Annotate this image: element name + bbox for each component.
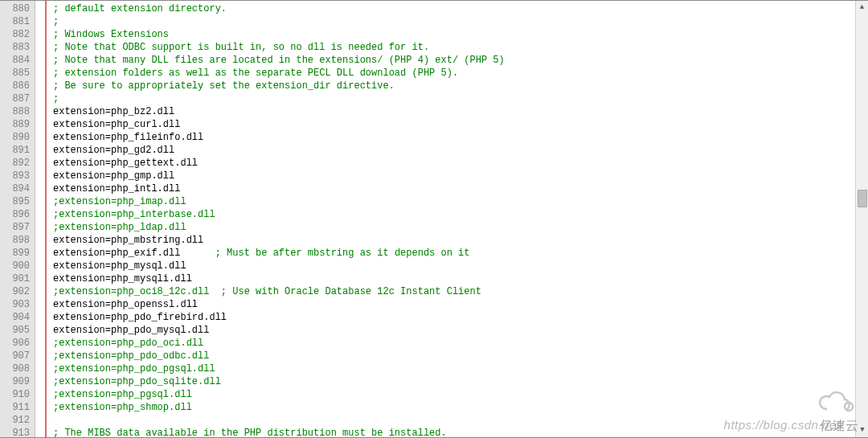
line-number: 904	[0, 311, 35, 324]
code-line: extension=php_gettext.dll	[53, 157, 855, 170]
code-editor: 8808818828838848858868878888898908918928…	[0, 0, 868, 438]
code-line: extension=php_gmp.dll	[53, 170, 855, 182]
line-number: 891	[0, 144, 35, 157]
line-number: 907	[0, 350, 35, 362]
code-area[interactable]: ; default extension directory.;; Windows…	[47, 1, 855, 437]
line-number: 893	[0, 170, 35, 182]
code-line: ;extension=php_pdo_pgsql.dll	[53, 362, 855, 375]
line-number: 884	[0, 54, 35, 67]
line-number: 880	[0, 2, 35, 15]
line-number: 892	[0, 157, 35, 170]
line-number: 909	[0, 375, 35, 388]
vertical-scrollbar[interactable]: ▲ ▼	[855, 1, 868, 437]
code-line: extension=php_openssl.dll	[53, 298, 855, 311]
code-line: extension=php_pdo_firebird.dll	[53, 311, 855, 324]
code-line: ; default extension directory.	[53, 2, 855, 15]
line-number: 913	[0, 427, 35, 438]
line-number: 888	[0, 105, 35, 118]
line-number: 899	[0, 247, 35, 260]
code-line: ;	[53, 92, 855, 105]
code-line	[53, 414, 855, 427]
line-number: 901	[0, 272, 35, 285]
code-line: ;extension=php_imap.dll	[53, 195, 855, 208]
code-line: ;extension=php_pgsql.dll	[53, 388, 855, 401]
line-number: 885	[0, 67, 35, 80]
line-number: 895	[0, 195, 35, 208]
line-number: 897	[0, 221, 35, 234]
code-line: ;extension=php_pdo_odbc.dll	[53, 350, 855, 362]
code-line: extension=php_bz2.dll	[53, 105, 855, 118]
code-line: extension=php_intl.dll	[53, 182, 855, 195]
line-number: 906	[0, 337, 35, 350]
line-number: 908	[0, 362, 35, 375]
code-line: ;extension=php_shmop.dll	[53, 401, 855, 414]
code-line: extension=php_mbstring.dll	[53, 234, 855, 247]
code-line: ; Note that many DLL files are located i…	[53, 54, 855, 67]
code-line: extension=php_gd2.dll	[53, 144, 855, 157]
code-line: ;extension=php_oci8_12c.dll ; Use with O…	[53, 285, 855, 298]
line-number: 912	[0, 414, 35, 427]
code-line: extension=php_fileinfo.dll	[53, 131, 855, 144]
line-number: 896	[0, 208, 35, 221]
line-number: 905	[0, 324, 35, 337]
line-number: 886	[0, 80, 35, 92]
code-line: ; Windows Extensions	[53, 28, 855, 41]
code-line: ;extension=php_pdo_sqlite.dll	[53, 375, 855, 388]
scroll-up-arrow[interactable]: ▲	[857, 2, 868, 13]
scroll-thumb[interactable]	[858, 190, 867, 207]
line-number: 900	[0, 260, 35, 272]
line-number-gutter: 8808818828838848858868878888898908918928…	[0, 1, 35, 437]
change-marker-bar	[35, 1, 47, 437]
line-number: 882	[0, 28, 35, 41]
code-line: ; Be sure to appropriately set the exten…	[53, 80, 855, 92]
line-number: 887	[0, 92, 35, 105]
line-number: 883	[0, 41, 35, 54]
line-number: 890	[0, 131, 35, 144]
code-line: ; extension folders as well as the separ…	[53, 67, 855, 80]
code-line: ;extension=php_ldap.dll	[53, 221, 855, 234]
code-line: extension=php_exif.dll ; Must be after m…	[53, 247, 855, 260]
code-line: ;extension=php_pdo_oci.dll	[53, 337, 855, 350]
code-line: ;	[53, 15, 855, 28]
line-number: 894	[0, 182, 35, 195]
line-number: 889	[0, 118, 35, 131]
code-line: extension=php_pdo_mysql.dll	[53, 324, 855, 337]
line-number: 898	[0, 234, 35, 247]
code-line: extension=php_curl.dll	[53, 118, 855, 131]
code-line: ;extension=php_interbase.dll	[53, 208, 855, 221]
line-number: 903	[0, 298, 35, 311]
line-number: 881	[0, 15, 35, 28]
code-line: ; The MIBS data available in the PHP dis…	[53, 427, 855, 437]
scroll-down-arrow[interactable]: ▼	[857, 424, 868, 436]
line-number: 911	[0, 401, 35, 414]
code-line: ; Note that ODBC support is built in, so…	[53, 41, 855, 54]
line-number: 910	[0, 388, 35, 401]
code-line: extension=php_mysql.dll	[53, 260, 855, 272]
line-number: 902	[0, 285, 35, 298]
code-line: extension=php_mysqli.dll	[53, 272, 855, 285]
